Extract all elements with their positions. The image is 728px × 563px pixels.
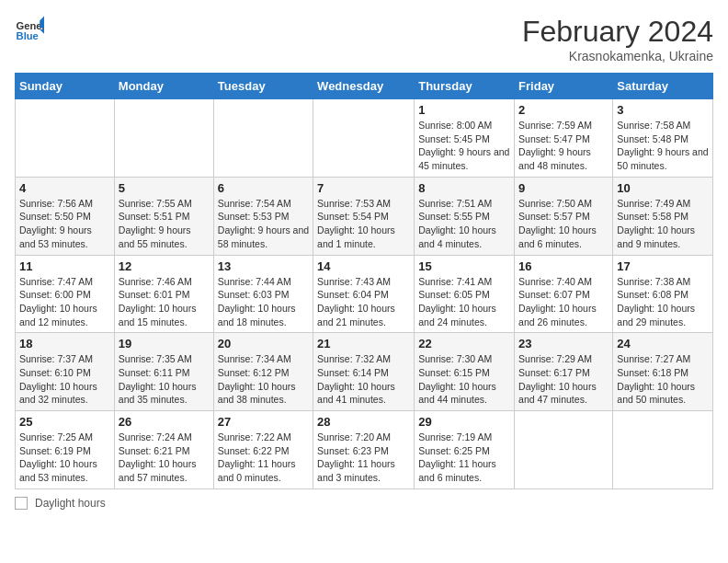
day-number: 22 [418,337,510,350]
title-block: February 2024 Krasnokamenka, Ukraine [522,15,713,63]
calendar-cell: 17Sunrise: 7:38 AM Sunset: 6:08 PM Dayli… [613,255,713,333]
calendar-week-row: 25Sunrise: 7:25 AM Sunset: 6:19 PM Dayli… [16,411,713,489]
day-number: 10 [617,181,709,195]
day-info: Sunrise: 7:47 AM Sunset: 6:00 PM Dayligh… [19,275,110,329]
calendar-cell: 14Sunrise: 7:43 AM Sunset: 6:04 PM Dayli… [313,255,415,333]
day-number: 18 [19,337,110,350]
day-number: 16 [518,259,609,273]
day-number: 6 [218,181,309,195]
calendar-week-row: 1Sunrise: 8:00 AM Sunset: 5:45 PM Daylig… [16,99,713,178]
day-info: Sunrise: 7:29 AM Sunset: 6:17 PM Dayligh… [518,352,609,407]
calendar-cell: 5Sunrise: 7:55 AM Sunset: 5:51 PM Daylig… [114,177,213,255]
day-number: 20 [218,337,309,350]
day-info: Sunrise: 7:35 AM Sunset: 6:11 PM Dayligh… [119,352,210,407]
day-info: Sunrise: 7:58 AM Sunset: 5:48 PM Dayligh… [617,119,709,173]
calendar-cell: 18Sunrise: 7:37 AM Sunset: 6:10 PM Dayli… [16,333,115,411]
calendar-week-row: 18Sunrise: 7:37 AM Sunset: 6:10 PM Dayli… [16,333,713,411]
calendar-cell [213,99,313,178]
day-info: Sunrise: 7:54 AM Sunset: 5:53 PM Dayligh… [218,197,309,251]
month-title: February 2024 [522,15,713,49]
calendar-header-monday: Monday [114,74,213,99]
day-info: Sunrise: 7:49 AM Sunset: 5:58 PM Dayligh… [617,197,709,251]
calendar-cell: 28Sunrise: 7:20 AM Sunset: 6:23 PM Dayli… [313,411,415,489]
day-info: Sunrise: 8:00 AM Sunset: 5:45 PM Dayligh… [418,119,510,173]
day-info: Sunrise: 7:20 AM Sunset: 6:23 PM Dayligh… [317,431,410,485]
calendar-header-thursday: Thursday [415,74,515,99]
svg-marker-3 [40,29,44,34]
day-info: Sunrise: 7:43 AM Sunset: 6:04 PM Dayligh… [317,275,410,329]
day-number: 15 [418,259,510,273]
footer: Daylight hours [15,497,713,510]
calendar-cell: 15Sunrise: 7:41 AM Sunset: 6:05 PM Dayli… [415,255,515,333]
day-info: Sunrise: 7:22 AM Sunset: 6:22 PM Dayligh… [218,431,309,485]
logo: General Blue [15,15,44,44]
calendar-cell: 27Sunrise: 7:22 AM Sunset: 6:22 PM Dayli… [213,411,313,489]
day-number: 7 [317,181,410,195]
calendar-cell: 26Sunrise: 7:24 AM Sunset: 6:21 PM Dayli… [114,411,213,489]
day-info: Sunrise: 7:44 AM Sunset: 6:03 PM Dayligh… [218,275,309,329]
calendar-cell [515,411,613,489]
day-info: Sunrise: 7:55 AM Sunset: 5:51 PM Dayligh… [119,197,210,251]
day-info: Sunrise: 7:32 AM Sunset: 6:14 PM Dayligh… [317,352,410,407]
location: Krasnokamenka, Ukraine [522,49,713,63]
calendar-header-saturday: Saturday [613,74,713,99]
day-info: Sunrise: 7:50 AM Sunset: 5:57 PM Dayligh… [518,197,609,251]
day-number: 11 [19,259,110,273]
day-number: 5 [119,181,210,195]
calendar-cell: 20Sunrise: 7:34 AM Sunset: 6:12 PM Dayli… [213,333,313,411]
calendar-week-row: 4Sunrise: 7:56 AM Sunset: 5:50 PM Daylig… [16,177,713,255]
svg-marker-2 [40,17,44,29]
svg-text:Blue: Blue [17,30,39,41]
day-info: Sunrise: 7:41 AM Sunset: 6:05 PM Dayligh… [418,275,510,329]
calendar-table: SundayMondayTuesdayWednesdayThursdayFrid… [15,73,713,489]
calendar-header-friday: Friday [515,74,613,99]
calendar-cell: 16Sunrise: 7:40 AM Sunset: 6:07 PM Dayli… [515,255,613,333]
day-info: Sunrise: 7:30 AM Sunset: 6:15 PM Dayligh… [418,352,510,407]
day-number: 2 [518,103,609,117]
day-info: Sunrise: 7:37 AM Sunset: 6:10 PM Dayligh… [19,352,110,407]
day-info: Sunrise: 7:53 AM Sunset: 5:54 PM Dayligh… [317,197,410,251]
calendar-cell: 1Sunrise: 8:00 AM Sunset: 5:45 PM Daylig… [415,99,515,178]
day-info: Sunrise: 7:59 AM Sunset: 5:47 PM Dayligh… [518,119,609,173]
day-number: 28 [317,415,410,429]
page-header: General Blue February 2024 Krasnokamenka… [15,15,713,63]
logo-icon: General Blue [15,15,44,44]
day-number: 1 [418,103,510,117]
calendar-header-tuesday: Tuesday [213,74,313,99]
day-info: Sunrise: 7:51 AM Sunset: 5:55 PM Dayligh… [418,197,510,251]
calendar-cell: 13Sunrise: 7:44 AM Sunset: 6:03 PM Dayli… [213,255,313,333]
day-info: Sunrise: 7:56 AM Sunset: 5:50 PM Dayligh… [19,197,110,251]
calendar-cell [313,99,415,178]
calendar-header-row: SundayMondayTuesdayWednesdayThursdayFrid… [16,74,713,99]
calendar-cell [16,99,115,178]
calendar-cell: 12Sunrise: 7:46 AM Sunset: 6:01 PM Dayli… [114,255,213,333]
day-info: Sunrise: 7:19 AM Sunset: 6:25 PM Dayligh… [418,431,510,485]
calendar-cell: 2Sunrise: 7:59 AM Sunset: 5:47 PM Daylig… [515,99,613,178]
day-info: Sunrise: 7:38 AM Sunset: 6:08 PM Dayligh… [617,275,709,329]
day-number: 27 [218,415,309,429]
calendar-cell: 4Sunrise: 7:56 AM Sunset: 5:50 PM Daylig… [16,177,115,255]
calendar-cell [114,99,213,178]
day-number: 26 [119,415,210,429]
calendar-cell: 9Sunrise: 7:50 AM Sunset: 5:57 PM Daylig… [515,177,613,255]
day-info: Sunrise: 7:40 AM Sunset: 6:07 PM Dayligh… [518,275,609,329]
day-info: Sunrise: 7:27 AM Sunset: 6:18 PM Dayligh… [617,352,709,407]
day-number: 14 [317,259,410,273]
calendar-cell: 23Sunrise: 7:29 AM Sunset: 6:17 PM Dayli… [515,333,613,411]
day-number: 17 [617,259,709,273]
day-info: Sunrise: 7:34 AM Sunset: 6:12 PM Dayligh… [218,352,309,407]
calendar-cell: 11Sunrise: 7:47 AM Sunset: 6:00 PM Dayli… [16,255,115,333]
calendar-cell: 8Sunrise: 7:51 AM Sunset: 5:55 PM Daylig… [415,177,515,255]
day-number: 3 [617,103,709,117]
calendar-cell: 25Sunrise: 7:25 AM Sunset: 6:19 PM Dayli… [16,411,115,489]
day-number: 8 [418,181,510,195]
calendar-cell: 6Sunrise: 7:54 AM Sunset: 5:53 PM Daylig… [213,177,313,255]
day-number: 9 [518,181,609,195]
calendar-cell: 29Sunrise: 7:19 AM Sunset: 6:25 PM Dayli… [415,411,515,489]
calendar-cell: 10Sunrise: 7:49 AM Sunset: 5:58 PM Dayli… [613,177,713,255]
calendar-cell: 3Sunrise: 7:58 AM Sunset: 5:48 PM Daylig… [613,99,713,178]
day-info: Sunrise: 7:25 AM Sunset: 6:19 PM Dayligh… [19,431,110,485]
calendar-cell: 7Sunrise: 7:53 AM Sunset: 5:54 PM Daylig… [313,177,415,255]
day-info: Sunrise: 7:46 AM Sunset: 6:01 PM Dayligh… [119,275,210,329]
legend-box [15,497,28,510]
